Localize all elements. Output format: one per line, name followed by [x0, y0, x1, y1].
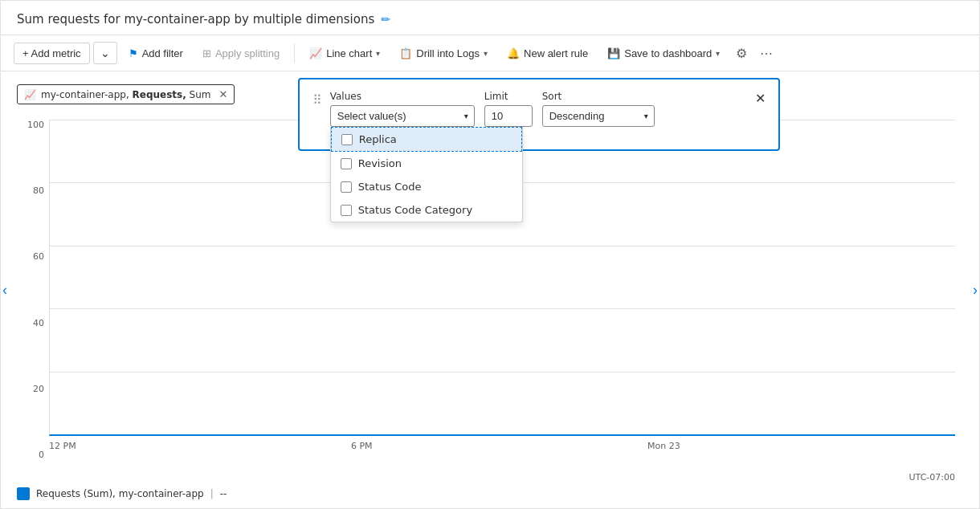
dropdown-label-replica: Replica — [359, 133, 397, 145]
sort-label: Sort — [542, 91, 655, 102]
checkbox-status-code-category[interactable] — [341, 205, 352, 216]
checkbox-replica[interactable] — [341, 134, 353, 145]
chart-area: 📈 my-container-app, Requests, Sum ✕ ⠿ Va… — [1, 71, 979, 508]
drag-icon: ⠿ — [312, 92, 322, 108]
metric-tag: 📈 my-container-app, Requests, Sum ✕ — [17, 84, 235, 104]
values-select[interactable]: Select value(s) Replica Revision Status … — [330, 105, 475, 127]
new-alert-rule-label: New alert rule — [524, 47, 588, 59]
limit-input[interactable] — [484, 105, 533, 127]
dropdown-item-replica[interactable]: Replica — [331, 127, 522, 152]
metric-tag-label: my-container-app, Requests, Sum — [41, 89, 211, 100]
y-label-20: 20 — [33, 384, 44, 394]
main-content: 📈 my-container-app, Requests, Sum ✕ ⠿ Va… — [1, 71, 979, 508]
line-chart-label: Line chart — [326, 47, 372, 59]
close-splitting-panel-button[interactable]: ✕ — [755, 91, 766, 106]
dropdown-item-revision[interactable]: Revision — [331, 152, 522, 175]
limit-field-group: Limit — [484, 91, 533, 127]
chart-nav-left[interactable]: ‹ — [2, 282, 7, 299]
save-to-dashboard-label: Save to dashboard — [624, 47, 712, 59]
y-axis: 100 80 60 40 20 0 — [17, 120, 49, 460]
y-label-40: 40 — [33, 318, 44, 328]
x-label-mon23: Mon 23 — [647, 441, 680, 451]
add-metric-label: + Add metric — [22, 47, 81, 59]
x-axis: 12 PM 6 PM Mon 23 — [49, 436, 955, 460]
y-label-0: 0 — [39, 450, 44, 460]
edit-icon[interactable]: ✏ — [381, 13, 390, 26]
save-to-dashboard-button[interactable]: 💾 Save to dashboard ▾ — [599, 43, 728, 63]
drill-icon: 📋 — [399, 47, 412, 59]
metric-tag-close[interactable]: ✕ — [219, 88, 228, 100]
save-chevron: ▾ — [716, 49, 720, 58]
values-select-wrapper: Select value(s) Replica Revision Status … — [330, 105, 475, 127]
splitting-panel: ⠿ Values Select value(s) Replica Revisio… — [298, 78, 780, 151]
grid-line-60 — [50, 246, 955, 246]
apply-splitting-label: Apply splitting — [215, 47, 280, 59]
checkbox-revision[interactable] — [341, 158, 352, 169]
values-dropdown: Replica Revision Status Code — [330, 127, 523, 222]
dropdown-label-revision: Revision — [358, 157, 402, 169]
new-alert-rule-button[interactable]: 🔔 New alert rule — [499, 43, 596, 63]
y-label-60: 60 — [33, 251, 44, 262]
dropdown-item-status-code[interactable]: Status Code — [331, 175, 522, 198]
apply-splitting-button[interactable]: ⊞ Apply splitting — [194, 43, 288, 63]
x-label-6pm: 6 PM — [351, 441, 373, 451]
line-chart-icon: 📈 — [309, 47, 322, 59]
grid-line-20 — [50, 372, 955, 373]
chart-legend: Requests (Sum), my-container-app | -- — [17, 487, 227, 500]
drill-into-logs-label: Drill into Logs — [416, 47, 480, 59]
splitting-icon: ⊞ — [202, 47, 211, 59]
more-options-button[interactable]: ⋯ — [755, 43, 778, 64]
legend-separator: | — [210, 488, 214, 499]
alert-icon: 🔔 — [507, 47, 520, 59]
legend-text: Requests (Sum), my-container-app — [36, 488, 204, 499]
limit-label: Limit — [484, 91, 533, 102]
toolbar-divider-1 — [294, 43, 295, 63]
save-icon: 💾 — [607, 47, 620, 59]
add-metric-chevron[interactable]: ⌄ — [93, 42, 117, 64]
legend-value: -- — [220, 488, 227, 499]
values-field-group: Values Select value(s) Replica Revision … — [330, 91, 475, 127]
add-filter-button[interactable]: ⚑ Add filter — [120, 43, 191, 63]
grid-line-40 — [50, 308, 955, 309]
toolbar: + Add metric ⌄ ⚑ Add filter ⊞ Apply spli… — [1, 35, 979, 71]
drill-into-logs-button[interactable]: 📋 Drill into Logs ▾ — [391, 43, 496, 63]
splitting-fields: Values Select value(s) Replica Revision … — [330, 91, 747, 127]
page-title: Sum requests for my-container-app by mul… — [17, 12, 374, 26]
x-label-12pm: 12 PM — [49, 441, 76, 451]
splitting-panel-header: ⠿ Values Select value(s) Replica Revisio… — [312, 91, 766, 127]
sort-select-wrapper: Descending Ascending ▾ — [542, 105, 655, 127]
checkbox-status-code[interactable] — [341, 181, 352, 193]
chart-nav-right[interactable]: › — [973, 282, 978, 299]
dropdown-item-status-code-category[interactable]: Status Code Category — [331, 198, 522, 222]
values-label: Values — [330, 91, 475, 102]
settings-button[interactable]: ⚙ — [731, 43, 752, 64]
line-chart-button[interactable]: 📈 Line chart ▾ — [301, 43, 388, 63]
sort-select[interactable]: Descending Ascending — [542, 105, 655, 127]
drill-chevron: ▾ — [484, 49, 488, 58]
add-filter-label: Add filter — [142, 47, 183, 59]
add-metric-button[interactable]: + Add metric — [14, 43, 90, 64]
dropdown-label-status-code-category: Status Code Category — [358, 204, 472, 216]
y-label-80: 80 — [33, 185, 44, 196]
legend-color-swatch — [17, 487, 30, 500]
metric-tag-icon: 📈 — [24, 89, 36, 100]
y-label-100: 100 — [27, 120, 44, 130]
page-header: Sum requests for my-container-app by mul… — [1, 1, 979, 35]
line-chart-chevron: ▾ — [376, 49, 380, 58]
sort-field-group: Sort Descending Ascending ▾ — [542, 91, 655, 127]
filter-icon: ⚑ — [129, 47, 138, 59]
timezone-label: UTC-07:00 — [909, 472, 955, 483]
dropdown-label-status-code: Status Code — [358, 181, 422, 193]
